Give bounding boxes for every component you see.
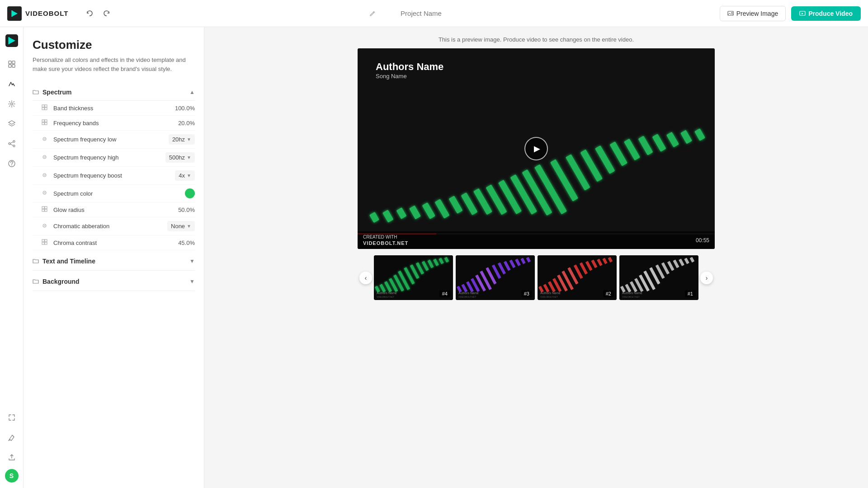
video-container: Authors Name Song Name	[358, 48, 715, 249]
timecode-total: 00:55	[696, 237, 709, 244]
chromatic-chevron: ▼	[187, 224, 191, 229]
sidebar-item-share[interactable]	[4, 136, 20, 152]
svg-rect-37	[45, 239, 47, 242]
svg-rect-89	[509, 260, 515, 268]
produce-video-button[interactable]: Produce Video	[791, 6, 861, 21]
sidebar-item-settings[interactable]	[4, 96, 20, 112]
spectrum-color-label: Spectrum color	[53, 190, 185, 197]
svg-rect-88	[504, 261, 511, 271]
logo-icon	[7, 6, 22, 21]
undo-button[interactable]	[83, 7, 96, 20]
prop-spectrum-freq-boost: Spectrum frequency boost 4x ▼	[33, 167, 195, 185]
logo-text: VIDEOBOLT	[25, 9, 68, 17]
prop-glow-radius: Glow radius 50.0%	[33, 202, 195, 217]
thumb3-badge: #3	[521, 290, 532, 297]
thumb1-badge: #1	[685, 290, 696, 297]
history-actions	[83, 7, 113, 20]
freq-boost-dropdown[interactable]: 4x ▼	[175, 170, 195, 181]
chroma-contrast-value: 45.0%	[178, 239, 195, 246]
svg-rect-19	[42, 105, 44, 107]
main-layout: S Customize Personalize all colors and e…	[0, 27, 868, 488]
main-preview-wrapper: This is a preview image. Produce video t…	[204, 27, 868, 488]
spectrum-section-header[interactable]: Spectrum ▲	[33, 84, 195, 101]
content-area: This is a preview image. Produce video t…	[204, 27, 868, 488]
play-button[interactable]	[524, 137, 548, 160]
user-avatar[interactable]: S	[5, 469, 19, 483]
thumbnail-4[interactable]: Authors Name VIDEOBOLT.NET #4	[374, 255, 453, 300]
preview-image-button[interactable]: Preview Image	[720, 6, 786, 21]
top-bar-right: Preview Image Produce Video	[720, 6, 861, 21]
thumbnails-prev[interactable]: ‹	[359, 272, 372, 284]
thumbnail-3[interactable]: Authors Name VIDEOBOLT.NET #3	[456, 255, 535, 300]
svg-rect-119	[684, 258, 689, 264]
sidebar-item-templates[interactable]	[4, 56, 20, 72]
background-header[interactable]: Background ▼	[33, 272, 195, 291]
videobolt-logo-small	[5, 34, 18, 47]
svg-rect-43	[409, 206, 421, 220]
chromatic-dropdown[interactable]: None ▼	[167, 221, 195, 231]
logo: VIDEOBOLT	[7, 6, 68, 21]
text-timeline-folder-icon	[33, 258, 39, 264]
spectrum-section: Spectrum ▲ Band thickness 100.0%	[33, 84, 195, 250]
svg-point-3	[731, 12, 732, 13]
band-thickness-value: 100.0%	[175, 105, 195, 112]
sidebar-item-help[interactable]	[4, 155, 20, 172]
spectrum-chevron: ▲	[189, 89, 195, 95]
freq-low-chevron: ▼	[187, 137, 191, 142]
video-preview: Authors Name Song Name	[358, 48, 715, 249]
svg-rect-90	[515, 259, 521, 267]
text-timeline-header[interactable]: Text and Timeline ▼	[33, 252, 195, 271]
chromatic-value: None	[171, 223, 185, 230]
thumb4-branding: Authors Name VIDEOBOLT.NET	[377, 291, 397, 298]
edit-project-icon	[369, 10, 376, 17]
svg-rect-40	[369, 212, 379, 223]
thumbnail-1[interactable]: Authors Name VIDEOBOLT.NET #1	[619, 255, 698, 300]
svg-rect-45	[434, 199, 449, 219]
svg-point-18	[11, 165, 12, 166]
svg-rect-120	[690, 257, 695, 263]
svg-rect-25	[42, 122, 44, 125]
text-timeline-chevron: ▼	[189, 258, 195, 264]
project-name-input[interactable]	[378, 9, 464, 17]
sidebar-item-customize[interactable]	[4, 76, 20, 92]
glow-radius-icon	[42, 206, 49, 213]
prop-spectrum-freq-low: Spectrum frequency low 20hz ▼	[33, 131, 195, 149]
prop-chroma-contrast: Chroma contrast 45.0%	[33, 235, 195, 250]
svg-rect-22	[45, 108, 47, 110]
chroma-contrast-icon	[42, 239, 49, 246]
thumbnails-wrapper: ‹	[358, 252, 715, 303]
background-folder-icon	[33, 278, 39, 285]
svg-rect-8	[8, 37, 9, 44]
freq-low-dropdown[interactable]: 20hz ▼	[169, 134, 195, 145]
project-name-area	[113, 9, 719, 17]
svg-point-15	[9, 143, 10, 145]
sidebar-item-edit[interactable]	[4, 429, 20, 446]
freq-high-label: Spectrum frequency high	[53, 154, 165, 161]
frequency-bands-value: 20.0%	[178, 120, 195, 127]
svg-rect-75	[427, 260, 434, 268]
background-chevron: ▼	[189, 278, 195, 285]
thumbnail-2[interactable]: Authors Name VIDEOBOLT.NET #2	[538, 255, 617, 300]
svg-rect-41	[382, 210, 394, 223]
sidebar-item-export[interactable]	[4, 449, 20, 465]
freq-high-dropdown[interactable]: 500hz ▼	[165, 152, 195, 163]
svg-rect-76	[433, 259, 439, 267]
svg-rect-62	[666, 132, 679, 148]
video-timecode: 00:55	[696, 237, 709, 244]
svg-rect-33	[42, 209, 44, 211]
svg-rect-74	[422, 261, 429, 271]
sidebar-title: Customize	[33, 38, 195, 52]
svg-rect-12	[12, 65, 15, 67]
sidebar-item-expand[interactable]	[4, 409, 20, 426]
branding-line1: CREATED WITH	[363, 234, 408, 240]
svg-rect-92	[526, 257, 531, 263]
spectrum-color-picker[interactable]	[185, 188, 195, 198]
redo-button[interactable]	[100, 7, 113, 20]
svg-point-13	[10, 103, 13, 105]
sidebar-item-layers[interactable]	[4, 116, 20, 132]
svg-rect-39	[45, 242, 47, 244]
text-timeline-title: Text and Timeline	[42, 258, 95, 265]
svg-rect-59	[624, 139, 640, 161]
svg-rect-26	[45, 122, 47, 125]
thumbnails-next[interactable]: ›	[700, 272, 713, 284]
